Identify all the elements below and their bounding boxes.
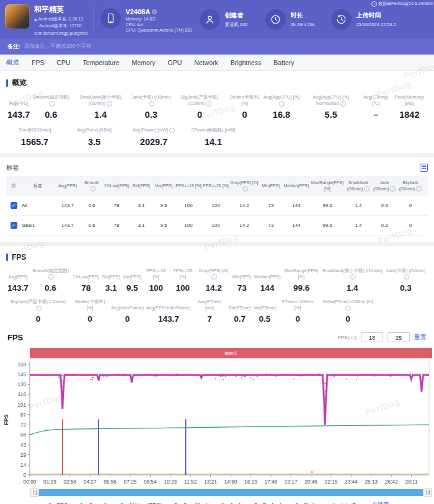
hide-all-link[interactable]: 全隐藏 [372,501,389,504]
row-checkbox[interactable]: ✓ [11,222,17,229]
fps-section-title: FPS [6,253,428,262]
overview-stat-1: Smooth(稳定指数)i0.6 [31,94,71,120]
overview-stat-9: Peak(Memory) [MB]1842 [391,94,428,120]
fps-stat-3: Std(FPS)3.1 [100,268,122,293]
fps-stat-9: Median(FPS)144 [253,268,282,293]
cell-value: 9.5 [153,215,175,235]
svg-text:04:27: 04:27 [84,479,97,485]
column-header: Avg(FPS) [55,176,81,196]
column-header: FPS>=18 [%] [175,176,202,196]
column-header: BigJank (/10min)i [397,176,424,196]
fps-stat-11: SmallJank(微小卡顿) (/10min)i1.4 [321,268,384,293]
scrollbar-handle-right[interactable] [423,489,432,497]
info-icon[interactable]: i [416,186,422,192]
duration-block: 时长 0h 29m 29s [265,9,325,30]
remark-input[interactable]: 备注: 添加备注，不超过200个字符 [0,38,434,55]
cell-value: 78 [103,215,130,235]
scrollbar-handle-left[interactable] [30,489,39,497]
chart-scrollbar[interactable] [30,489,432,497]
labels-section: 标签 ⚙标签Avg(FPS)Smoothi1%Low(FPS)Std(FPS)V… [0,164,434,236]
fps2-stat-2: Avg(InterFrame)0 [110,299,145,324]
info-icon[interactable]: i [364,186,370,192]
clock-icon [265,9,286,30]
info-icon[interactable]: i [36,306,42,311]
info-icon[interactable]: i [211,274,217,280]
fps-line-chart[interactable]: 014294358728710111613014515900:0001:2902… [0,360,434,487]
info-icon[interactable]: i [149,101,154,107]
svg-text:08:54: 08:54 [144,479,157,485]
info-icon[interactable]: i [279,101,285,107]
reset-button[interactable]: 重置 [414,333,427,342]
info-icon[interactable]: i [345,306,351,311]
info-icon[interactable]: i [49,101,55,107]
tab-fps[interactable]: FPS [32,59,44,66]
fps2-stat-0: BigJank(严重卡顿) (/10min)i0 [6,299,70,324]
column-header: 标签 [21,176,55,196]
svg-text:145: 145 [17,371,26,378]
info-icon[interactable]: i [90,186,95,192]
scrollbar-track-fill[interactable] [39,489,423,496]
tab-battery[interactable]: Battery [273,59,294,66]
info-icon[interactable]: i [242,186,248,192]
fps2-stat-6: Var(FTime)0.5 [252,299,277,324]
fps-stat-6: FPS>=25 [%]100 [169,268,196,293]
fps-stat-5: FPS>=18 [%]100 [143,268,169,293]
gear-icon[interactable]: ⚙ [11,182,17,189]
export-icon[interactable] [420,164,428,172]
upload-time-value: 25/10/2024 22:53:2 [356,22,396,27]
overview-stat-6: Avg(AppCPU) [%]i16.8 [262,94,301,120]
fps-stat-10: ModRange(FPS)[%]99.6 [282,268,321,293]
tab-brightness[interactable]: Brightness [231,59,262,66]
device-memory: Memory: 14.8G [125,17,192,21]
remark-placeholder: 添加备注，不超过200个字符 [24,43,91,50]
cell-value: 144 [283,215,310,235]
fps2-stat-1: Stutter(卡顿率) [%]0 [70,299,110,324]
svg-text:116: 116 [18,392,27,398]
info-icon[interactable]: i [340,101,346,107]
info-icon[interactable]: i [206,101,211,107]
android-icon: ◆ [34,17,37,22]
cell-value [424,215,428,235]
cell-value: 100 [202,196,229,216]
overview-stats-row2: Send[KB/10min]1565.7Avg(Recv) [KB/s]3.5A… [6,127,428,146]
cell-value: 3.1 [130,215,153,235]
perfdog-report-page: PerfDogPerfDogPerfDogPerfDogPerfDogPerfD… [0,0,434,504]
fps-stat-8: Min(FPS)73 [231,268,253,293]
cell-value: 14.2 [229,196,259,216]
app-package: com.tencent.tmgp.pubgmhc [34,31,87,35]
column-header: ModRange(FPS)[%] [310,176,345,196]
row-checkbox[interactable]: ✓ [11,202,17,209]
info-icon[interactable]: i [390,186,396,192]
fps-threshold-low-input[interactable] [361,332,383,342]
tab-memory[interactable]: Memory [132,59,156,66]
row-label: label1 [21,215,55,235]
column-header: Smoothi [81,176,103,196]
overview-stat-8: Avg(CTemp)[°C]– [361,94,391,120]
info-icon[interactable]: i [107,101,112,107]
remark-label: 备注: [7,43,20,51]
device-cpu: CPU: sur [125,22,192,27]
cell-value: 100 [175,215,202,235]
tab-cpu[interactable]: CPU [56,59,70,66]
labels-table-title: 标签 [6,164,19,172]
svg-text:0: 0 [23,472,26,478]
tab-temperature[interactable]: Temperature [83,59,120,66]
cell-value: 3.1 [130,196,153,216]
info-icon[interactable]: i [350,274,356,280]
svg-text:10:23: 10:23 [164,479,177,485]
info-icon[interactable]: i [48,274,54,280]
fps-threshold-high-input[interactable] [388,332,410,342]
tab-network[interactable]: Network [194,59,218,66]
labels-table: ⚙标签Avg(FPS)Smoothi1%Low(FPS)Std(FPS)Var(… [6,176,428,236]
info-icon[interactable]: i [404,274,409,280]
cell-value: 100 [175,196,202,216]
device-model: V2408A i [125,8,192,15]
cell-value: 14.2 [229,215,259,235]
info-icon[interactable]: i [152,9,157,14]
info-icon[interactable]: i [169,128,175,133]
fps-stats-row2: BigJank(严重卡顿) (/10min)i0Stutter(卡顿率) [%]… [6,299,377,324]
column-header: Stutter [424,176,428,196]
tab-gpu[interactable]: GPU [167,59,182,66]
tab-概览[interactable]: 概览 [6,58,19,67]
svg-text:FPS: FPS [3,415,9,426]
